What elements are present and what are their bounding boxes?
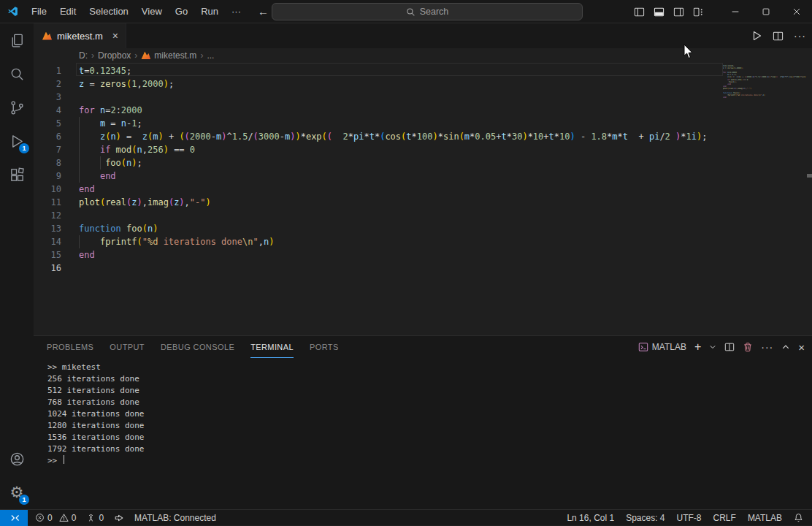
chevron-right-icon: › [134,50,137,61]
panel-more-actions-icon[interactable]: ··· [761,341,773,353]
problems-status[interactable]: 0 0 [35,513,76,523]
close-panel-icon[interactable]: × [798,341,805,354]
code-editor[interactable]: 1t=0.12345;2z = zeros(1,2000);34for n=2:… [34,63,812,335]
indent-guide [79,143,80,156]
line-number: 13 [34,222,79,235]
notifications-bell-icon[interactable] [794,513,803,522]
ports-count: 0 [99,513,104,523]
terminal-name-label: MATLAB [652,342,686,352]
code-line[interactable]: 14 fprintf("%d iterations done\n",n) [34,235,723,248]
code-line[interactable]: 9 end [34,169,723,183]
radio-tower-icon [86,513,96,522]
line-number: 6 [34,130,79,143]
terminal-line: >> [47,455,812,467]
matlab-connection-status[interactable]: MATLAB: Connected [134,513,216,523]
indent-guide [79,169,80,183]
code-line[interactable]: 4for n=2:2000 [34,104,723,117]
explorer-icon[interactable] [0,23,34,57]
toggle-sidebar-icon[interactable] [634,7,645,18]
code-line[interactable]: 16 [34,262,723,275]
panel-tab-terminal[interactable]: TERMINAL [250,336,294,358]
maximize-panel-chevron-icon[interactable] [781,343,790,351]
breadcrumb[interactable]: D: › Dropbox › miketest.m › ... [34,48,812,63]
menu-run[interactable]: Run [194,0,225,23]
extensions-icon[interactable] [0,158,34,191]
split-terminal-icon[interactable] [724,342,735,352]
settings-gear-icon[interactable]: ⚙ 1 [0,476,34,509]
terminal-line: 768 iterations done [47,397,812,408]
run-file-button[interactable] [751,30,762,42]
search-sidebar-icon[interactable] [0,57,34,91]
code-text: end [79,248,95,262]
breadcrumb-file[interactable]: miketest.m [154,50,196,61]
accounts-icon[interactable] [0,442,34,476]
maximize-button[interactable] [751,0,781,23]
terminal-icon [638,342,648,352]
kill-terminal-trash-icon[interactable] [743,342,753,352]
code-line[interactable]: 11plot(real(z),imag(z),"-") [34,196,723,209]
error-count: 0 [47,513,53,523]
activity-bar: 1 ⚙ 1 [0,23,34,509]
toggle-secondary-sidebar-icon[interactable] [673,7,684,18]
code-line[interactable]: 7 if mod(n,256) == 0 [34,143,723,156]
minimap[interactable]: t=0.12345;z = zeros(1,2000);for n=2:2000… [723,63,806,335]
eol-status[interactable]: CRLF [713,513,736,523]
overview-ruler-marker [807,174,812,178]
back-arrow-icon[interactable]: ← [258,5,269,18]
line-number: 12 [34,209,79,222]
menu-file[interactable]: File [25,0,53,23]
code-line[interactable]: 3 [34,91,723,104]
encoding-status[interactable]: UTF-8 [677,513,702,523]
code-line[interactable]: 6 z(n) = z(m) + ((2000-m)^1.5/(3000-m))*… [34,130,723,143]
editor-more-actions-icon[interactable]: ··· [794,30,806,42]
code-line[interactable]: 15end [34,248,723,262]
toggle-panel-icon[interactable] [654,7,664,18]
code-line[interactable]: 13function foo(n) [34,222,723,235]
code-line[interactable]: 1t=0.12345; [34,64,723,77]
code-line[interactable]: 8 foo(n); [34,156,723,169]
indentation-status[interactable]: Spaces: 4 [626,513,664,523]
terminal-instance[interactable]: MATLAB [638,342,686,352]
panel-tab-debug-console[interactable]: DEBUG CONSOLE [161,336,234,358]
code-line[interactable]: 12 [34,209,723,222]
run-status[interactable] [114,513,124,523]
breadcrumb-folder[interactable]: Dropbox [98,50,131,61]
terminal-cursor [64,455,65,464]
menu-[interactable]: ··· [225,0,248,23]
new-terminal-icon[interactable]: + [694,340,701,354]
command-search-box[interactable]: Search [272,3,583,20]
minimize-button[interactable] [720,0,751,23]
language-mode-status[interactable]: MATLAB [748,513,782,523]
indent-guide [79,117,80,130]
tab-close-icon[interactable]: × [112,30,118,42]
terminal-output[interactable]: >> miketest256 iterations done512 iterat… [34,358,812,509]
line-number: 5 [34,117,79,130]
tab-miketest[interactable]: miketest.m × [34,23,126,48]
code-line[interactable]: 10end [34,183,723,196]
code-line[interactable]: 5 m = n-1; [34,117,723,130]
menu-edit[interactable]: Edit [53,0,83,23]
code-line[interactable]: 2z = zeros(1,2000); [34,77,723,91]
close-window-button[interactable] [781,0,812,23]
line-number: 14 [34,235,79,248]
run-debug-icon[interactable]: 1 [0,124,34,158]
remote-indicator[interactable] [0,510,28,526]
vscode-logo-icon [7,5,19,18]
cursor-position-status[interactable]: Ln 16, Col 1 [567,513,614,523]
breadcrumb-drive[interactable]: D: [79,50,88,61]
debug-badge: 1 [19,143,29,153]
panel-tab-problems[interactable]: PROBLEMS [47,336,93,358]
menu-go[interactable]: Go [169,0,194,23]
split-editor-icon[interactable] [773,31,784,42]
customize-layout-icon[interactable] [693,7,704,18]
ports-status[interactable]: 0 [86,513,104,523]
source-control-icon[interactable] [0,91,34,124]
breadcrumb-symbol[interactable]: ... [207,50,214,61]
panel-tab-output[interactable]: OUTPUT [110,336,145,358]
terminal-dropdown-chevron-icon[interactable] [709,343,716,351]
menu-selection[interactable]: Selection [83,0,134,23]
line-number: 10 [34,183,79,196]
panel-tab-ports[interactable]: PORTS [310,336,339,358]
menu-view[interactable]: View [135,0,169,23]
panel-tabs: PROBLEMSOUTPUTDEBUG CONSOLETERMINALPORTS [47,336,355,358]
